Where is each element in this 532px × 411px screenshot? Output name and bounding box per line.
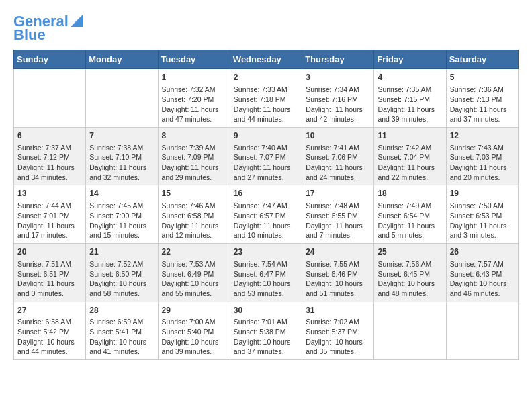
- day-number: 17: [306, 188, 370, 199]
- calendar-table: SundayMondayTuesdayWednesdayThursdayFrid…: [13, 50, 519, 360]
- sunrise-text: Sunrise: 7:51 AM: [17, 260, 71, 268]
- calendar-cell: 24Sunrise: 7:55 AMSunset: 6:46 PMDayligh…: [302, 244, 374, 302]
- sunset-text: Sunset: 5:40 PM: [162, 328, 214, 336]
- day-number: 29: [162, 305, 226, 316]
- sunset-text: Sunset: 6:53 PM: [450, 212, 502, 220]
- sunset-text: Sunset: 7:01 PM: [17, 212, 70, 220]
- day-number: 31: [306, 305, 370, 316]
- sunrise-text: Sunrise: 7:50 AM: [450, 201, 504, 210]
- sunrise-text: Sunrise: 7:55 AM: [306, 260, 359, 268]
- daylight-text: Daylight: 10 hours and 58 minutes.: [89, 279, 146, 298]
- day-number: 12: [450, 130, 515, 142]
- sunrise-text: Sunrise: 6:59 AM: [89, 318, 143, 326]
- sunset-text: Sunset: 7:10 PM: [89, 153, 142, 161]
- daylight-text: Daylight: 11 hours and 27 minutes.: [234, 163, 291, 181]
- daylight-text: Daylight: 11 hours and 10 minutes.: [234, 222, 291, 240]
- sunset-text: Sunset: 7:18 PM: [234, 95, 286, 103]
- day-number: 10: [306, 130, 370, 142]
- day-number: 7: [89, 130, 154, 142]
- daylight-text: Daylight: 11 hours and 37 minutes.: [450, 105, 507, 124]
- calendar-cell: 23Sunrise: 7:54 AMSunset: 6:47 PMDayligh…: [230, 244, 302, 302]
- calendar-cell: 25Sunrise: 7:56 AMSunset: 6:45 PMDayligh…: [374, 244, 446, 302]
- sunrise-text: Sunrise: 7:47 AM: [234, 201, 287, 210]
- sunrise-text: Sunrise: 7:40 AM: [234, 144, 287, 152]
- weekday-header-monday: Monday: [86, 50, 158, 69]
- weekday-header-friday: Friday: [374, 50, 446, 69]
- daylight-text: Daylight: 11 hours and 29 minutes.: [162, 163, 219, 181]
- calendar-cell: 12Sunrise: 7:43 AMSunset: 7:03 PMDayligh…: [446, 127, 518, 185]
- sunrise-text: Sunrise: 7:52 AM: [89, 260, 143, 268]
- day-content: Sunrise: 7:38 AMSunset: 7:10 PMDaylight:…: [89, 143, 154, 183]
- daylight-text: Daylight: 11 hours and 15 minutes.: [89, 222, 146, 240]
- day-content: Sunrise: 7:36 AMSunset: 7:13 PMDaylight:…: [450, 85, 515, 124]
- day-content: Sunrise: 7:42 AMSunset: 7:04 PMDaylight:…: [378, 143, 442, 183]
- sunset-text: Sunset: 6:55 PM: [306, 212, 358, 220]
- sunset-text: Sunset: 5:42 PM: [17, 328, 70, 336]
- calendar-cell: [86, 69, 158, 128]
- day-content: Sunrise: 7:51 AMSunset: 6:51 PMDaylight:…: [17, 259, 82, 299]
- calendar-cell: 15Sunrise: 7:46 AMSunset: 6:58 PMDayligh…: [158, 185, 230, 244]
- day-content: Sunrise: 7:48 AMSunset: 6:55 PMDaylight:…: [306, 201, 370, 240]
- day-content: Sunrise: 7:37 AMSunset: 7:12 PMDaylight:…: [17, 143, 82, 183]
- calendar-header-row: SundayMondayTuesdayWednesdayThursdayFrid…: [14, 50, 519, 69]
- day-content: Sunrise: 7:32 AMSunset: 7:20 PMDaylight:…: [162, 85, 226, 124]
- day-content: Sunrise: 7:56 AMSunset: 6:45 PMDaylight:…: [378, 259, 442, 299]
- day-number: 14: [89, 188, 154, 199]
- sunset-text: Sunset: 7:04 PM: [378, 153, 430, 161]
- calendar-cell: 18Sunrise: 7:49 AMSunset: 6:54 PMDayligh…: [374, 185, 446, 244]
- sunrise-text: Sunrise: 7:37 AM: [17, 144, 71, 152]
- sunrise-text: Sunrise: 6:58 AM: [17, 318, 71, 326]
- sunset-text: Sunset: 6:57 PM: [234, 212, 286, 220]
- sunrise-text: Sunrise: 7:00 AM: [162, 318, 216, 326]
- sunrise-text: Sunrise: 7:38 AM: [89, 144, 143, 152]
- calendar-cell: 17Sunrise: 7:48 AMSunset: 6:55 PMDayligh…: [302, 185, 374, 244]
- daylight-text: Daylight: 11 hours and 0 minutes.: [17, 279, 75, 298]
- calendar-cell: 26Sunrise: 7:57 AMSunset: 6:43 PMDayligh…: [446, 244, 518, 302]
- daylight-text: Daylight: 11 hours and 22 minutes.: [378, 163, 435, 181]
- calendar-cell: 1Sunrise: 7:32 AMSunset: 7:20 PMDaylight…: [158, 69, 230, 128]
- daylight-text: Daylight: 10 hours and 53 minutes.: [234, 279, 291, 298]
- sunrise-text: Sunrise: 7:01 AM: [234, 318, 287, 326]
- day-number: 6: [17, 130, 82, 142]
- daylight-text: Daylight: 11 hours and 17 minutes.: [17, 222, 75, 240]
- daylight-text: Daylight: 10 hours and 41 minutes.: [89, 338, 146, 356]
- daylight-text: Daylight: 10 hours and 35 minutes.: [306, 338, 363, 356]
- sunset-text: Sunset: 7:09 PM: [162, 153, 214, 161]
- sunrise-text: Sunrise: 7:35 AM: [378, 85, 431, 93]
- calendar-cell: 4Sunrise: 7:35 AMSunset: 7:15 PMDaylight…: [374, 69, 446, 128]
- calendar-week-3: 13Sunrise: 7:44 AMSunset: 7:01 PMDayligh…: [14, 185, 519, 244]
- day-number: 16: [234, 188, 298, 199]
- daylight-text: Daylight: 11 hours and 7 minutes.: [306, 222, 363, 240]
- daylight-text: Daylight: 11 hours and 47 minutes.: [162, 105, 219, 124]
- sunset-text: Sunset: 5:38 PM: [234, 328, 286, 336]
- day-number: 24: [306, 246, 370, 258]
- day-content: Sunrise: 7:49 AMSunset: 6:54 PMDaylight:…: [378, 201, 442, 240]
- daylight-text: Daylight: 10 hours and 44 minutes.: [17, 338, 75, 356]
- calendar-cell: 30Sunrise: 7:01 AMSunset: 5:38 PMDayligh…: [230, 302, 302, 360]
- calendar-cell: [14, 69, 86, 128]
- sunrise-text: Sunrise: 7:44 AM: [17, 201, 71, 210]
- calendar-cell: 11Sunrise: 7:42 AMSunset: 7:04 PMDayligh…: [374, 127, 446, 185]
- day-number: 15: [162, 188, 226, 199]
- page-header: General Blue: [13, 13, 519, 43]
- calendar-cell: 19Sunrise: 7:50 AMSunset: 6:53 PMDayligh…: [446, 185, 518, 244]
- calendar-cell: 3Sunrise: 7:34 AMSunset: 7:16 PMDaylight…: [302, 69, 374, 128]
- day-content: Sunrise: 7:54 AMSunset: 6:47 PMDaylight:…: [234, 259, 298, 299]
- day-number: 28: [89, 305, 154, 316]
- sunset-text: Sunset: 7:03 PM: [450, 153, 502, 161]
- sunset-text: Sunset: 7:00 PM: [89, 212, 142, 220]
- sunrise-text: Sunrise: 7:53 AM: [162, 260, 216, 268]
- day-content: Sunrise: 7:01 AMSunset: 5:38 PMDaylight:…: [234, 317, 298, 357]
- day-content: Sunrise: 7:53 AMSunset: 6:49 PMDaylight:…: [162, 259, 226, 299]
- day-content: Sunrise: 7:57 AMSunset: 6:43 PMDaylight:…: [450, 259, 515, 299]
- sunset-text: Sunset: 6:50 PM: [89, 270, 142, 278]
- logo-blue-text: Blue: [13, 27, 46, 43]
- calendar-cell: 14Sunrise: 7:45 AMSunset: 7:00 PMDayligh…: [86, 185, 158, 244]
- sunrise-text: Sunrise: 7:57 AM: [450, 260, 504, 268]
- day-number: 5: [450, 72, 515, 83]
- sunset-text: Sunset: 7:20 PM: [162, 95, 214, 103]
- day-number: 22: [162, 246, 226, 258]
- sunset-text: Sunset: 5:41 PM: [89, 328, 142, 336]
- day-number: 3: [306, 72, 370, 83]
- daylight-text: Daylight: 10 hours and 48 minutes.: [378, 279, 435, 298]
